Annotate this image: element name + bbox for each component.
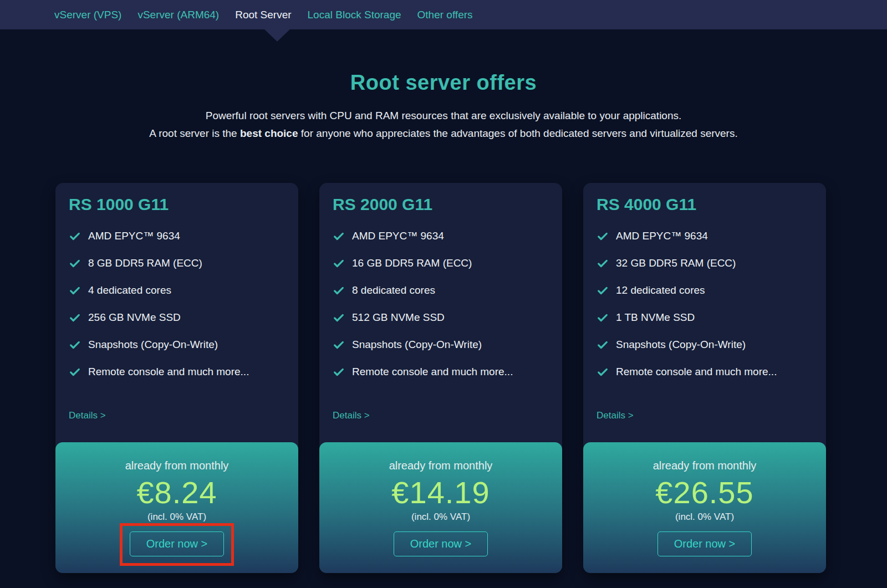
page-subtitle-line1: Powerful root servers with CPU and RAM r… [0,107,887,125]
price-amount: €8.24 [55,477,298,508]
feature-label: Remote console and much more... [88,365,249,378]
check-icon [69,230,81,242]
feature-item: Remote console and much more... [333,365,549,378]
feature-item: 256 GB NVMe SSD [69,311,285,324]
feature-label: Snapshots (Copy-On-Write) [352,338,482,351]
feature-item: 32 GB DDR5 RAM (ECC) [597,257,813,269]
plan-card-rs2000: RS 2000 G11 AMD EPYC™ 9634 16 GB DDR5 RA… [319,183,562,573]
order-button-row: Order now > [55,523,298,556]
feature-item: AMD EPYC™ 9634 [333,229,549,242]
feature-label: Remote console and much more... [352,365,513,378]
check-icon [333,339,345,351]
check-icon [597,366,609,378]
order-now-button[interactable]: Order now > [394,531,488,556]
feature-list: AMD EPYC™ 9634 16 GB DDR5 RAM (ECC) 8 de… [333,229,549,378]
active-tab-notch [264,29,290,42]
top-navigation: vServer (VPS) vServer (ARM64) Root Serve… [0,0,887,29]
feature-label: 32 GB DDR5 RAM (ECC) [616,257,736,269]
order-button-row: Order now > [583,523,826,556]
check-icon [69,257,81,269]
vat-note: (incl. 0% VAT) [583,512,826,523]
feature-item: 16 GB DDR5 RAM (ECC) [333,257,549,269]
details-link[interactable]: Details > [69,410,106,421]
feature-label: Snapshots (Copy-On-Write) [616,338,746,351]
feature-label: 512 GB NVMe SSD [352,311,445,324]
price-caption: already from monthly [583,459,826,472]
check-icon [69,311,81,324]
check-icon [333,230,345,242]
order-button-row: Order now > [319,523,562,556]
plan-title: RS 2000 G11 [333,195,549,214]
page: { "nav": { "items": [ { "label": "vServe… [0,0,887,588]
check-icon [597,230,609,242]
plan-title: RS 1000 G11 [69,195,285,214]
price-caption: already from monthly [55,459,298,472]
nav-tab-vserver-arm64[interactable]: vServer (ARM64) [137,9,219,21]
details-link[interactable]: Details > [597,410,634,421]
feature-item: Snapshots (Copy-On-Write) [69,338,285,351]
order-now-button[interactable]: Order now > [657,531,752,556]
feature-label: 12 dedicated cores [616,284,705,296]
feature-label: 256 GB NVMe SSD [88,311,181,324]
feature-item: Remote console and much more... [597,365,813,378]
feature-item: 512 GB NVMe SSD [333,311,549,324]
plan-card-top: RS 1000 G11 AMD EPYC™ 9634 8 GB DDR5 RAM… [55,183,298,442]
check-icon [69,339,81,351]
price-caption: already from monthly [319,459,562,472]
check-icon [69,366,81,378]
check-icon [597,257,609,269]
check-icon [333,257,345,269]
feature-label: 8 dedicated cores [352,284,435,296]
subtitle-bold: best choice [240,127,298,139]
check-icon [597,339,609,351]
plan-card-top: RS 2000 G11 AMD EPYC™ 9634 16 GB DDR5 RA… [319,183,562,442]
price-panel: already from monthly €8.24 (incl. 0% VAT… [55,442,298,573]
check-icon [69,284,81,296]
nav-tab-other-offers[interactable]: Other offers [417,9,473,21]
order-now-button[interactable]: Order now > [130,531,225,556]
details-link[interactable]: Details > [333,410,370,421]
check-icon [333,284,345,296]
feature-label: AMD EPYC™ 9634 [352,229,444,242]
feature-label: AMD EPYC™ 9634 [616,229,708,242]
subtitle-suffix: for anyone who appreciates the advantage… [298,127,738,139]
nav-tab-vserver-vps[interactable]: vServer (VPS) [54,9,121,21]
vat-note: (incl. 0% VAT) [319,512,562,523]
check-icon [597,311,609,324]
nav-tab-root-server[interactable]: Root Server [235,9,291,21]
feature-label: Remote console and much more... [616,365,777,378]
price-amount: €26.55 [583,477,826,508]
price-amount: €14.19 [319,477,562,508]
plan-cards-row: RS 1000 G11 AMD EPYC™ 9634 8 GB DDR5 RAM… [55,183,826,573]
price-panel: already from monthly €26.55 (incl. 0% VA… [583,442,826,573]
feature-item: 8 dedicated cores [333,284,549,296]
feature-label: 16 GB DDR5 RAM (ECC) [352,257,472,269]
feature-item: 8 GB DDR5 RAM (ECC) [69,257,285,269]
hero-section: Root server offers Powerful root servers… [0,71,887,142]
feature-label: AMD EPYC™ 9634 [88,229,180,242]
feature-item: Remote console and much more... [69,365,285,378]
check-icon [333,366,345,378]
price-panel: already from monthly €14.19 (incl. 0% VA… [319,442,562,573]
feature-label: 8 GB DDR5 RAM (ECC) [88,257,202,269]
feature-label: Snapshots (Copy-On-Write) [88,338,218,351]
feature-item: 4 dedicated cores [69,284,285,296]
check-icon [333,311,345,324]
feature-label: 1 TB NVMe SSD [616,311,695,324]
feature-list: AMD EPYC™ 9634 32 GB DDR5 RAM (ECC) 12 d… [597,229,813,378]
plan-card-top: RS 4000 G11 AMD EPYC™ 9634 32 GB DDR5 RA… [583,183,826,442]
subtitle-prefix: A root server is the [149,127,240,139]
feature-item: Snapshots (Copy-On-Write) [333,338,549,351]
feature-item: 12 dedicated cores [597,284,813,296]
feature-item: AMD EPYC™ 9634 [597,229,813,242]
feature-label: 4 dedicated cores [88,284,171,296]
plan-card-rs1000: RS 1000 G11 AMD EPYC™ 9634 8 GB DDR5 RAM… [55,183,298,573]
nav-tab-local-block-storage[interactable]: Local Block Storage [308,9,401,21]
plan-title: RS 4000 G11 [597,195,813,214]
check-icon [597,284,609,296]
page-title: Root server offers [0,71,887,95]
page-subtitle-line2: A root server is the best choice for any… [0,125,887,142]
plan-card-rs4000: RS 4000 G11 AMD EPYC™ 9634 32 GB DDR5 RA… [583,183,826,573]
feature-list: AMD EPYC™ 9634 8 GB DDR5 RAM (ECC) 4 ded… [69,229,285,378]
feature-item: AMD EPYC™ 9634 [69,229,285,242]
